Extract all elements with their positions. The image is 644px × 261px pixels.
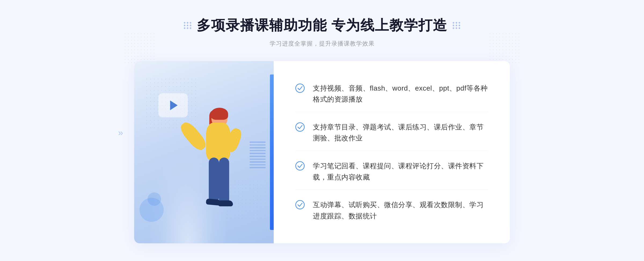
feature-item-3: 学习笔记回看、课程提问、课程评论打分、课件资料下载，重点内容收藏 [295,154,488,190]
feature-text-2: 支持章节目录、弹题考试、课后练习、课后作业、章节测验、批改作业 [313,122,488,144]
person-illustration [174,104,249,243]
accent-bar [270,74,274,230]
feature-item-4: 互动弹幕、试听购买、微信分享、观看次数限制、学习进度跟踪、数据统计 [295,193,488,228]
feature-item-2: 支持章节目录、弹题考试、课后练习、课后作业、章节测验、批改作业 [295,115,488,151]
title-dots-left [184,22,191,29]
main-content-card: 支持视频、音频、flash、word、excel、ppt、pdf等各种格式的资源… [134,61,510,243]
title-row: 多项录播课辅助功能 专为线上教学打造 [184,16,460,35]
page-subtitle: 学习进度全掌握，提升录播课教学效果 [270,40,375,48]
svg-point-3 [296,200,304,209]
deco-circle-small [148,192,161,206]
check-circle-icon-4 [295,200,305,210]
feature-text-3: 学习笔记回看、课程提问、课程评论打分、课件资料下载，重点内容收藏 [313,161,488,183]
person-arm-left [178,120,209,153]
person-hair [211,108,228,120]
feature-text-4: 互动弹幕、试听购买、微信分享、观看次数限制、学习进度跟踪、数据统计 [313,199,488,222]
check-circle-icon-2 [295,122,305,132]
page-chevron-decoration: » [118,127,123,138]
svg-point-1 [296,123,304,131]
title-dots-right [453,22,460,29]
person-leg-left [209,158,219,200]
check-circle-icon-1 [295,83,305,93]
deco-stripes [250,141,266,168]
person-shoe-right [218,200,233,206]
page-title: 多项录播课辅助功能 专为线上教学打造 [197,16,447,35]
feature-item-1: 支持视频、音频、flash、word、excel、ppt、pdf等各种格式的资源… [295,76,488,112]
illustration-panel [134,61,274,243]
check-circle-icon-3 [295,161,305,171]
svg-point-2 [296,162,304,170]
person-leg-right [219,158,229,203]
svg-point-0 [296,84,304,92]
feature-text-1: 支持视频、音频、flash、word、excel、ppt、pdf等各种格式的资源… [313,83,488,105]
page-wrapper: 多项录播课辅助功能 专为线上教学打造 学习进度全掌握，提升录播课教学效果 [0,0,644,261]
header-section: 多项录播课辅助功能 专为线上教学打造 学习进度全掌握，提升录播课教学效果 [0,16,644,48]
features-panel: 支持视频、音频、flash、word、excel、ppt、pdf等各种格式的资源… [274,61,510,243]
